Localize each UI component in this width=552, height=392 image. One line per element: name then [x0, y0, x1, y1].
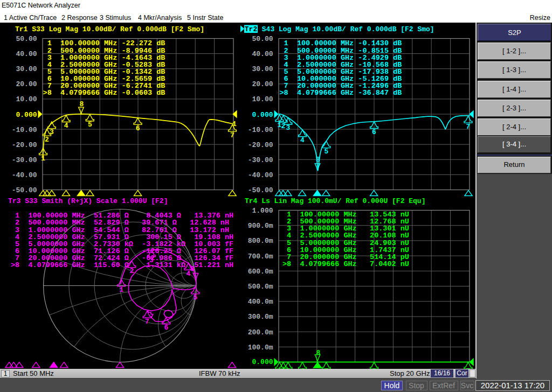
svg-text:3: 3 — [149, 256, 154, 264]
svg-text:>8 4.0799666 GHz 7.0402 nU: >8 4.0799666 GHz 7.0402 nU — [282, 260, 409, 268]
svg-text:6: 6 — [372, 128, 376, 136]
svg-text:7: 7 — [230, 131, 234, 139]
svg-text:-50.00: -50.00 — [12, 186, 37, 194]
svg-text:0.000: 0.000 — [252, 358, 273, 366]
svg-text:8: 8 — [190, 265, 195, 273]
svg-text:8: 8 — [316, 156, 320, 164]
svg-text:30.00: 30.00 — [16, 65, 37, 73]
svg-text:8: 8 — [80, 100, 84, 108]
svg-text:0.000: 0.000 — [16, 111, 37, 119]
svg-text:300.0m: 300.0m — [248, 313, 273, 321]
svg-text:4: 4 — [64, 122, 68, 130]
svg-text:800.0m: 800.0m — [248, 237, 273, 245]
svg-text:10.00: 10.00 — [16, 95, 37, 103]
svg-text:6: 6 — [136, 124, 140, 132]
svg-text:Tr3 S33 Smith (R+jX) Scale 1.0: Tr3 S33 Smith (R+jX) Scale 1.000U [F2] — [8, 197, 168, 205]
svg-text:>8 4.0799666 GHz -0.0603 dB: >8 4.0799666 GHz -0.0603 dB — [43, 89, 165, 97]
svg-text:40.00: 40.00 — [252, 50, 273, 58]
svg-text:200.0m: 200.0m — [248, 328, 273, 337]
svg-text:1.000: 1.000 — [252, 207, 273, 215]
svg-text:50.00: 50.00 — [252, 35, 273, 43]
svg-text:Tr4 Ls Lin Mag 100.0mU/ Ref 0.: Tr4 Ls Lin Mag 100.0mU/ Ref 0.000U [F2 E… — [245, 197, 425, 205]
svg-text:-10.00: -10.00 — [12, 126, 37, 134]
svg-text:1: 1 — [41, 155, 45, 163]
svg-text:-20.00: -20.00 — [248, 141, 273, 149]
svg-text:30.00: 30.00 — [252, 65, 273, 73]
svg-text:1: 1 — [119, 286, 123, 294]
svg-text:-30.00: -30.00 — [248, 156, 273, 164]
svg-text:3: 3 — [50, 128, 54, 136]
svg-text:2: 2 — [281, 122, 286, 130]
svg-text:>8 4.0799666 GHz 115.60 Ω: >8 4.0799666 GHz 115.60 Ω 1.3131 kΩ 51.2… — [11, 261, 233, 269]
svg-text:7: 7 — [145, 318, 149, 326]
svg-text:500.0m: 500.0m — [248, 283, 273, 291]
svg-text:Tr2: Tr2 — [245, 25, 258, 33]
svg-text:-40.00: -40.00 — [12, 171, 37, 179]
svg-text:-50.00: -50.00 — [248, 186, 273, 194]
svg-text:2: 2 — [129, 267, 134, 275]
svg-text:2: 2 — [45, 136, 49, 144]
svg-text:1: 1 — [232, 120, 237, 128]
svg-text:40.00: 40.00 — [16, 50, 37, 58]
svg-text:0.000: 0.000 — [252, 111, 273, 119]
svg-text:400.0m: 400.0m — [248, 298, 273, 306]
svg-text:100.0m: 100.0m — [248, 344, 273, 352]
svg-text:6: 6 — [164, 324, 168, 332]
svg-text:-30.00: -30.00 — [12, 156, 37, 164]
svg-text:>8 4.0799666 GHz -36.847 dB: >8 4.0799666 GHz -36.847 dB — [280, 89, 402, 97]
svg-text:Tr1 S33 Log Mag 10.00dB/ Ref 0: Tr1 S33 Log Mag 10.00dB/ Ref 0.000dB [F2… — [15, 25, 204, 33]
svg-text:3: 3 — [286, 124, 290, 132]
svg-text:5: 5 — [88, 121, 92, 129]
svg-text:-20.00: -20.00 — [12, 141, 37, 149]
svg-text:20.00: 20.00 — [252, 80, 273, 88]
svg-text:50.00: 50.00 — [16, 35, 37, 43]
svg-text:700.0m: 700.0m — [248, 253, 273, 261]
svg-text:S43 Log Mag 10.00dB/ Ref 0.000: S43 Log Mag 10.00dB/ Ref 0.000dB [F2 Smo… — [258, 25, 434, 33]
svg-text:600.0m: 600.0m — [248, 268, 273, 276]
svg-text:10.00: 10.00 — [252, 95, 273, 103]
svg-text:900.0m: 900.0m — [248, 222, 273, 230]
svg-text:20.00: 20.00 — [16, 80, 37, 88]
svg-text:7: 7 — [466, 123, 471, 131]
svg-text:-40.00: -40.00 — [248, 171, 273, 179]
svg-text:5: 5 — [324, 148, 328, 156]
svg-text:5: 5 — [193, 293, 197, 302]
svg-text:4: 4 — [300, 136, 305, 144]
svg-text:-10.00: -10.00 — [248, 126, 273, 134]
